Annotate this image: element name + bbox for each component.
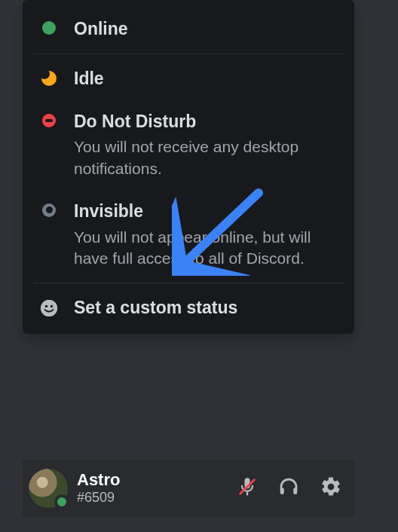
idle-icon <box>41 71 57 86</box>
invisible-icon <box>42 203 56 217</box>
status-option-custom[interactable]: Set a custom status <box>23 286 354 329</box>
user-panel: Astro #6509 <box>23 460 354 517</box>
svg-rect-5 <box>293 488 297 494</box>
online-icon <box>42 21 56 35</box>
svg-point-1 <box>45 305 47 307</box>
username: Astro <box>77 471 237 489</box>
svg-rect-4 <box>280 488 284 494</box>
avatar[interactable] <box>29 469 68 508</box>
divider <box>33 283 344 283</box>
svg-point-0 <box>41 300 57 316</box>
svg-point-2 <box>51 305 53 307</box>
status-label: Set a custom status <box>74 297 341 319</box>
emoji-icon <box>41 300 57 316</box>
status-label: Idle <box>74 68 341 90</box>
status-desc: You will not receive any desktop notific… <box>74 136 341 179</box>
divider <box>33 54 344 54</box>
status-label: Do Not Disturb <box>74 111 341 133</box>
status-label: Invisible <box>74 200 341 222</box>
settings-gear-icon[interactable] <box>320 475 342 501</box>
presence-online-icon <box>54 494 69 509</box>
discriminator: #6509 <box>77 490 237 506</box>
status-option-idle[interactable]: Idle <box>23 57 354 100</box>
status-label: Online <box>74 18 341 40</box>
mute-mic-icon[interactable] <box>237 476 258 500</box>
status-popup: Online Idle Do Not Disturb You will not … <box>23 0 354 334</box>
status-option-dnd[interactable]: Do Not Disturb You will not receive any … <box>23 100 354 190</box>
status-option-online[interactable]: Online <box>23 8 354 50</box>
status-option-invisible[interactable]: Invisible You will not appear online, bu… <box>23 190 354 280</box>
status-desc: You will not appear online, but will hav… <box>74 227 341 270</box>
dnd-icon <box>42 114 56 127</box>
deafen-headphones-icon[interactable] <box>277 475 300 501</box>
user-name-block[interactable]: Astro #6509 <box>77 471 237 505</box>
